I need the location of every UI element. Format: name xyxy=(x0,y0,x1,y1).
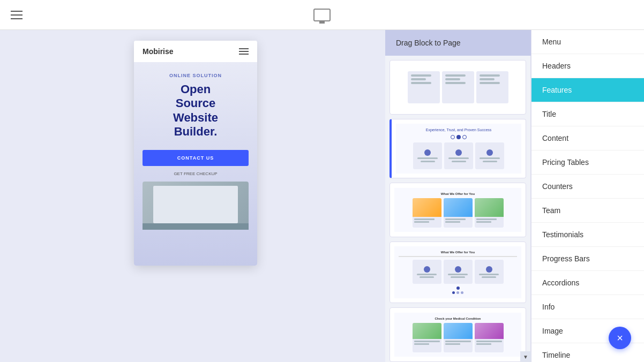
block-thumb-medical[interactable]: Check your Medical Condition xyxy=(390,307,526,362)
device-preview-button[interactable] xyxy=(313,9,331,21)
mobile-hero-title: Open Source Website Builder. xyxy=(143,82,249,139)
main-area: Mobirise ONLINE SOLUTION Open Source Web… xyxy=(0,30,644,362)
thumb-feat-card-1 xyxy=(413,142,442,169)
mobile-nav: Mobirise xyxy=(134,41,257,62)
category-item-headers[interactable]: Headers xyxy=(531,54,644,78)
mobile-hero-subtitle: ONLINE SOLUTION xyxy=(143,73,249,78)
close-icon: × xyxy=(617,332,623,344)
blocks-gallery: Experience, Trust, and Proven Success xyxy=(385,56,531,362)
thumb-people-title: What We Offer for You xyxy=(399,192,517,195)
right-panel: Drag Block to Page xyxy=(385,30,644,362)
mobile-preview-frame: Mobirise ONLINE SOLUTION Open Source Web… xyxy=(134,41,257,266)
thumb-card-1 xyxy=(408,71,440,103)
thumb-features-dots xyxy=(400,135,517,139)
mobile-secondary-link[interactable]: GET FREE CHECKUP xyxy=(143,171,249,176)
mobile-cta-button[interactable]: CONTACT US xyxy=(143,150,249,166)
thumb-people-content: What We Offer for You xyxy=(394,188,521,232)
thumb-offer-card-2 xyxy=(444,260,473,284)
monitor-icon xyxy=(313,9,331,21)
thumb-feat-card-2 xyxy=(444,142,473,169)
category-sidebar: MenuHeadersFeaturesTitleContentPricing T… xyxy=(531,30,644,362)
close-button[interactable]: × xyxy=(609,327,631,349)
category-item-counters[interactable]: Counters xyxy=(531,175,644,199)
block-thumb-cards[interactable] xyxy=(390,60,526,115)
thumb-person-3 xyxy=(475,198,504,228)
category-item-pricing-tables[interactable]: Pricing Tables xyxy=(531,150,644,175)
category-item-features[interactable]: Features xyxy=(531,78,644,102)
thumb-offer-content: What We Offer for You xyxy=(394,246,521,298)
category-item-menu[interactable]: Menu xyxy=(531,30,644,54)
category-list: MenuHeadersFeaturesTitleContentPricing T… xyxy=(531,30,644,362)
thumb-med-card-3 xyxy=(475,323,504,352)
mobile-nav-hamburger xyxy=(239,48,249,55)
gallery-scroll-down-button[interactable]: ▼ xyxy=(520,351,531,362)
thumb-people-row xyxy=(399,198,517,228)
block-thumb-offer[interactable]: What We Offer for You xyxy=(390,242,526,303)
block-thumb-people[interactable]: What We Offer for You xyxy=(390,183,526,237)
thumb-features-content: Experience, Trust, and Proven Success xyxy=(396,124,521,174)
block-thumb-features[interactable]: Experience, Trust, and Proven Success xyxy=(390,119,526,178)
category-item-title[interactable]: Title xyxy=(531,102,644,126)
thumb-card-2 xyxy=(442,71,474,103)
category-item-team[interactable]: Team xyxy=(531,199,644,223)
thumb-features-cards xyxy=(400,142,517,169)
category-item-accordions[interactable]: Accordions xyxy=(531,271,644,295)
thumb-features-title: Experience, Trust, and Proven Success xyxy=(400,128,517,132)
blocks-gallery-wrapper: Drag Block to Page xyxy=(385,30,531,362)
thumb-offer-card-3 xyxy=(475,260,504,284)
thumb-med-card-1 xyxy=(413,323,441,352)
category-item-testimonials[interactable]: Testimonials xyxy=(531,223,644,247)
category-item-info[interactable]: Info xyxy=(531,295,644,319)
category-item-content[interactable]: Content xyxy=(531,126,644,150)
thumb-offer-card-1 xyxy=(413,260,441,284)
laptop-base xyxy=(143,223,249,230)
thumb-med-card-2 xyxy=(444,323,473,352)
thumb-offer-cards xyxy=(399,260,517,284)
thumb-medical-cards xyxy=(399,323,517,352)
thumb-person-2 xyxy=(444,198,473,228)
thumb-card-3 xyxy=(476,71,508,103)
mobile-brand: Mobirise xyxy=(143,47,174,56)
thumb-offer-title: What We Offer for You xyxy=(399,251,517,254)
top-bar xyxy=(0,0,644,30)
drag-block-header: Drag Block to Page xyxy=(385,30,531,56)
hamburger-menu-button[interactable] xyxy=(11,11,23,19)
thumb-cards-content xyxy=(408,71,508,103)
thumb-medical-title: Check your Medical Condition xyxy=(399,317,517,320)
mobile-hero: ONLINE SOLUTION Open Source Website Buil… xyxy=(134,62,257,266)
thumb-feat-card-3 xyxy=(475,142,504,169)
preview-area: Mobirise ONLINE SOLUTION Open Source Web… xyxy=(0,30,385,362)
category-item-progress-bars[interactable]: Progress Bars xyxy=(531,247,644,271)
thumb-medical-content: Check your Medical Condition xyxy=(394,313,521,357)
mobile-laptop-illustration xyxy=(143,182,249,230)
laptop-screen xyxy=(153,186,238,223)
thumb-person-1 xyxy=(413,198,441,228)
